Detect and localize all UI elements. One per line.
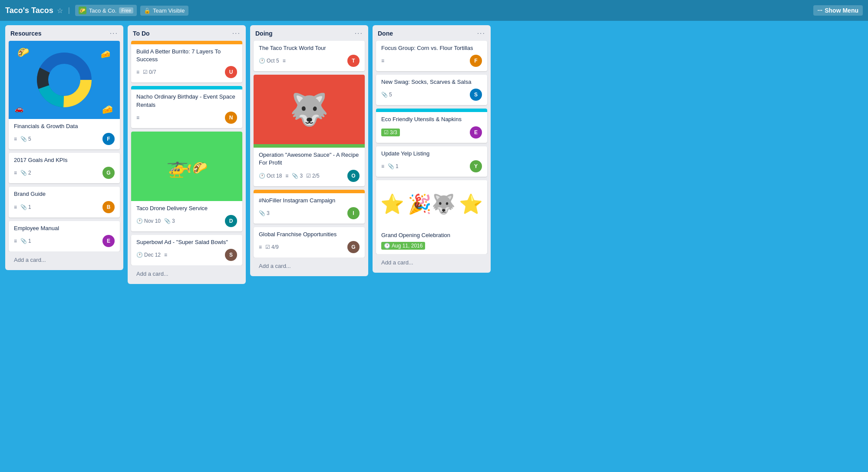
donut-chart [36, 52, 92, 108]
card-goals[interactable]: 2017 Goals And KPIs ≡ 📎 2 G [9, 153, 120, 183]
avatar-franchise: G [347, 241, 360, 253]
card-title-sauce: Operation "Awesome Sauce" - A Recipe For… [259, 151, 360, 167]
card-body-nacho: Nacho Ordinary Birthday - Event Space Re… [131, 89, 242, 128]
show-menu-label: Show Menu [825, 7, 858, 14]
column-cards-todo: Build A Better Burrito: 7 Layers To Succ… [128, 41, 246, 265]
card-title-drone: Taco Drone Delivery Service [136, 205, 237, 212]
board-title: Taco's Tacos [5, 6, 53, 15]
header-right: ··· Show Menu [813, 5, 863, 16]
column-header-doing: Doing ··· [250, 25, 368, 41]
svg-point-4 [54, 69, 75, 90]
card-meta-instagram: 📎 3 I [259, 207, 360, 219]
card-awesome-sauce[interactable]: 🐺 Operation "Awesome Sauce" - A Recipe F… [254, 75, 365, 186]
column-cards-done: Focus Group: Corn vs. Flour Tortillas ≡ … [373, 41, 491, 254]
column-done: Done ··· Focus Group: Corn vs. Flour Tor… [373, 25, 491, 273]
card-burrito[interactable]: Build A Better Burrito: 7 Layers To Succ… [131, 41, 242, 83]
card-body-employee: Employee Manual ≡ 📎 1 E [9, 221, 120, 251]
card-body-goals: 2017 Goals And KPIs ≡ 📎 2 G [9, 153, 120, 183]
card-body-swag: New Swag: Socks, Scarves & Salsa 📎 5 S [376, 75, 487, 105]
avatar-eco: E [470, 126, 482, 139]
workspace-name: Taco & Co. [89, 7, 117, 14]
avatar-tour: T [347, 55, 360, 67]
card-title-employee: Employee Manual [14, 224, 115, 232]
card-drone[interactable]: 🚁 🌮 Taco Drone Delivery Service 🕐 Nov 10… [131, 132, 242, 231]
desc-icon-employee: ≡ [14, 238, 17, 244]
card-meta-tour: 🕐 Oct 5 ≡ T [259, 55, 360, 67]
column-todo: To Do ··· Build A Better Burrito: 7 Laye… [128, 25, 246, 284]
card-swag[interactable]: New Swag: Socks, Scarves & Salsa 📎 5 S [376, 75, 487, 105]
card-body-drone: Taco Drone Delivery Service 🕐 Nov 10 📎 3… [131, 201, 242, 231]
column-menu-resources[interactable]: ··· [110, 30, 118, 37]
card-superbowl[interactable]: Superbowl Ad - "Super Salad Bowls" 🕐 Dec… [131, 235, 242, 265]
board: Resources ··· 🌮 🧀 🚗 🧀 [0, 21, 868, 288]
attach-count-brand: 📎 1 [20, 204, 31, 210]
avatar-instagram: I [347, 207, 360, 219]
checklist-sauce: ☑ 2/5 [306, 173, 320, 179]
workspace-button[interactable]: 🌮 Taco & Co. Free [75, 5, 137, 16]
card-title-swag: New Swag: Socks, Scarves & Salsa [381, 78, 482, 86]
column-header-resources: Resources ··· [5, 25, 123, 41]
wolf-party-icon: 🎉🐺 [408, 193, 455, 215]
card-employee[interactable]: Employee Manual ≡ 📎 1 E [9, 221, 120, 251]
column-menu-todo[interactable]: ··· [232, 30, 241, 37]
add-card-doing[interactable]: Add a card... [254, 259, 365, 273]
desc-icon-yelp: ≡ [381, 163, 384, 169]
visibility-button[interactable]: 🔒 Team Visible [140, 6, 188, 16]
attach-sauce: 📎 3 [292, 173, 303, 179]
card-focus-group[interactable]: Focus Group: Corn vs. Flour Tortillas ≡ … [376, 41, 487, 71]
card-meta-franchise: ≡ ☑ 4/9 G [259, 241, 360, 253]
attach-count-employee: 📎 1 [20, 238, 31, 244]
card-title-burrito: Build A Better Burrito: 7 Layers To Succ… [136, 48, 237, 63]
checklist-franchise: ☑ 4/9 [265, 244, 279, 250]
attach-yelp: 📎 1 [388, 163, 399, 169]
attach-count-financials: 📎 5 [20, 136, 31, 142]
card-instagram[interactable]: #NoFiller Instagram Campaign 📎 3 I [254, 190, 365, 224]
label-bar-instagram [254, 190, 365, 193]
card-body-financials: Financials & Growth Data ≡ 📎 5 F [9, 119, 120, 149]
attach-count-goals: 📎 2 [20, 170, 31, 176]
card-grand-opening[interactable]: ⭐ 🎉🐺 ⭐ Grand Opening Celebration 🕐 Aug 1… [376, 180, 487, 254]
card-financials[interactable]: 🌮 🧀 🚗 🧀 Financials & Growth Data ≡ 📎 5 F [9, 41, 120, 149]
card-title-brand: Brand Guide [14, 190, 115, 198]
card-brand[interactable]: Brand Guide ≡ 📎 1 B [9, 187, 120, 217]
card-meta-focus: ≡ F [381, 55, 482, 67]
card-franchise[interactable]: Global Franchise Opportunities ≡ ☑ 4/9 G [254, 227, 365, 257]
card-title-nacho: Nacho Ordinary Birthday - Event Space Re… [136, 93, 237, 109]
dots-icon: ··· [818, 7, 823, 14]
card-title-instagram: #NoFiller Instagram Campaign [259, 197, 360, 205]
label-bar-sauce [254, 144, 365, 148]
add-card-todo[interactable]: Add a card... [131, 267, 242, 281]
column-resources: Resources ··· 🌮 🧀 🚗 🧀 [5, 25, 123, 270]
desc-icon-goals: ≡ [14, 170, 17, 176]
star-icon[interactable]: ☆ [57, 7, 63, 15]
card-title-goals: 2017 Goals And KPIs [14, 156, 115, 164]
card-meta-yelp: ≡ 📎 1 Y [381, 160, 482, 172]
attach-swag: 📎 5 [381, 92, 392, 98]
avatar-focus: F [470, 55, 482, 67]
card-body-burrito: Build A Better Burrito: 7 Layers To Succ… [131, 44, 242, 83]
free-badge: Free [119, 7, 133, 13]
avatar-employee: E [102, 235, 115, 247]
card-title-eco: Eco Friendly Utensils & Napkins [381, 116, 482, 123]
star-left-icon: ⭐ [380, 193, 404, 215]
desc-icon-brand: ≡ [14, 204, 17, 210]
avatar-swag: S [470, 89, 482, 101]
column-cards-resources: 🌮 🧀 🚗 🧀 Financials & Growth Data ≡ 📎 5 F [5, 41, 123, 251]
add-card-done[interactable]: Add a card... [376, 256, 487, 269]
card-cover-celebration: ⭐ 🎉🐺 ⭐ [376, 180, 487, 228]
card-eco[interactable]: Eco Friendly Utensils & Napkins ☑ 3/3 E [376, 109, 487, 142]
card-nacho[interactable]: Nacho Ordinary Birthday - Event Space Re… [131, 86, 242, 128]
column-menu-doing[interactable]: ··· [355, 30, 363, 37]
show-menu-button[interactable]: ··· Show Menu [813, 5, 863, 16]
add-card-resources[interactable]: Add a card... [9, 253, 120, 267]
card-body-yelp: Update Yelp Listing ≡ 📎 1 Y [376, 146, 487, 177]
card-yelp[interactable]: Update Yelp Listing ≡ 📎 1 Y [376, 146, 487, 177]
card-title-grand: Grand Opening Celebration [381, 231, 482, 239]
card-title-tour: The Taco Truck World Tour [259, 44, 360, 52]
column-menu-done[interactable]: ··· [477, 30, 485, 37]
checklist-eco: ☑ 3/3 [381, 129, 400, 136]
card-taco-tour[interactable]: The Taco Truck World Tour 🕐 Oct 5 ≡ T [254, 41, 365, 71]
card-body-instagram: #NoFiller Instagram Campaign 📎 3 I [254, 193, 365, 224]
card-body-tour: The Taco Truck World Tour 🕐 Oct 5 ≡ T [254, 41, 365, 71]
card-meta-goals: ≡ 📎 2 G [14, 167, 115, 179]
